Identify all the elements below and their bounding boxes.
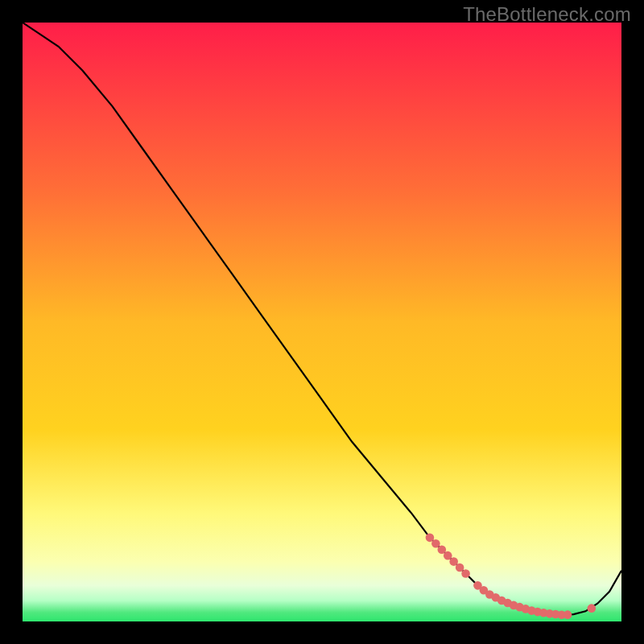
- data-marker: [461, 569, 470, 578]
- watermark-label: TheBottleneck.com: [463, 3, 631, 26]
- chart-svg: [23, 23, 621, 621]
- gradient-background: [23, 23, 621, 621]
- data-marker: [564, 610, 572, 619]
- chart-plot-area: [23, 23, 621, 621]
- chart-frame: TheBottleneck.com: [0, 0, 644, 644]
- data-marker: [588, 604, 597, 613]
